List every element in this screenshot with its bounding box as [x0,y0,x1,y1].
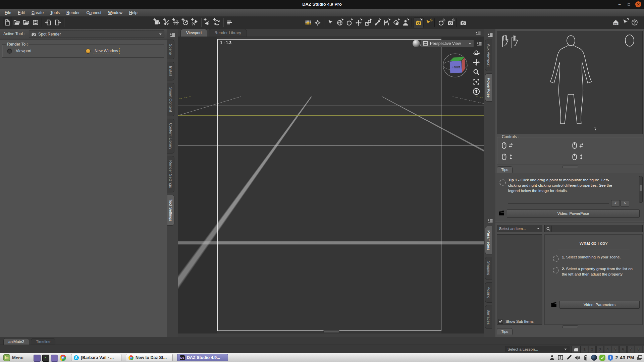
surfaces-settings-icon[interactable] [436,18,446,28]
pan-icon[interactable] [473,59,480,66]
lesson-number-button[interactable]: 3 [596,346,603,353]
tips-tab[interactable]: Tips [497,166,513,173]
search-icon[interactable] [545,226,552,232]
node-selection-tool-icon[interactable] [326,18,335,28]
new-group-icon[interactable] [212,17,222,27]
close-button[interactable]: ✕ [635,1,641,7]
new-camera-icon[interactable] [153,17,162,27]
hands-icon[interactable] [500,34,518,49]
bottom-tab[interactable]: Timeline [31,338,55,345]
new-null-icon[interactable] [203,17,212,27]
lesson-number-button[interactable]: 7 [627,346,634,353]
splitter-handle[interactable] [562,166,578,168]
align-icon[interactable] [225,17,234,27]
pane-menu-icon[interactable] [486,32,494,38]
volume-tray-icon[interactable] [574,355,580,361]
view-cube[interactable]: Front [442,52,468,78]
lesson-number-button[interactable]: 4 [604,346,611,353]
left-side-tab[interactable]: Smart Content [167,83,174,116]
left-side-tab[interactable]: Install [167,62,174,80]
video-powerpose-button[interactable]: Video: PowerPose [507,209,640,218]
viewport-tab[interactable]: Render Library [209,29,247,37]
home-view-icon[interactable] [473,88,480,95]
whats-this-icon[interactable] [621,17,630,27]
ds-home-icon[interactable] [611,17,621,27]
show-sub-items[interactable]: Show Sub Items [498,319,534,324]
render-settings-icon[interactable] [446,18,455,28]
window-stack-icon[interactable] [637,355,643,361]
lesson-video-icon[interactable] [571,346,581,353]
head-icon[interactable] [624,34,636,49]
export-file-icon[interactable] [53,17,62,27]
task-button-daz[interactable]: DS DAZ Studio 4.9... [177,354,228,361]
help-icon[interactable] [630,17,639,27]
viewport-tab[interactable]: Viewport [180,29,207,37]
camera-selector[interactable]: Perspective View [421,40,474,47]
right-side-tab[interactable]: Shaping [485,257,492,280]
save-file-icon[interactable] [31,17,40,27]
menu-item[interactable]: Tools [47,9,63,17]
chrome-icon[interactable] [60,355,66,361]
translate-tool-icon[interactable] [354,18,363,28]
tips-tab[interactable]: Tips [497,328,513,335]
property-group-list[interactable] [497,234,542,325]
menu-item[interactable]: Connect [83,9,105,17]
pane-menu-icon[interactable] [486,217,494,224]
figure-setup-tool-icon[interactable] [401,18,410,28]
pane-menu-icon[interactable] [474,30,482,37]
show-desktop-icon[interactable] [34,355,41,362]
user-tray-icon[interactable] [549,355,555,361]
active-pose-tool-icon[interactable] [344,18,354,28]
camera-icon[interactable] [459,18,468,28]
orbit-icon[interactable] [473,49,480,56]
import-file-icon[interactable] [44,17,53,27]
draw-style-icon[interactable] [413,40,420,47]
right-side-tab[interactable]: Aux Viewport [485,40,492,71]
menu-item[interactable]: Help [126,9,141,17]
lesson-number-button[interactable]: 1 [581,346,588,353]
lesson-number-button[interactable]: 6 [620,346,627,353]
open-file-icon[interactable] [12,17,21,27]
search-input[interactable] [552,225,642,232]
menu-item[interactable]: Edit [14,9,28,17]
active-tool-selector[interactable]: Spot Render [29,31,164,38]
left-side-tab[interactable]: Content Library [167,119,174,154]
lesson-number-button[interactable]: 9 [643,346,644,353]
tip-prev-button[interactable]: < [611,200,620,206]
spot-render-tool-icon[interactable] [414,17,424,28]
skype-status-tray-icon[interactable] [599,355,605,361]
rotate-tool-icon[interactable] [335,18,344,28]
menu-item[interactable]: Render [63,9,83,17]
right-side-tab[interactable]: Surfaces [485,305,492,329]
node-properties-icon[interactable] [424,18,433,28]
battery-tray-icon[interactable] [583,355,589,361]
restore-button[interactable]: □ [626,1,632,7]
render-to-option[interactable]: New Window [86,48,159,54]
tip-next-button[interactable]: > [621,200,629,206]
steam-tray-icon[interactable] [591,355,597,361]
files-icon[interactable] [51,355,58,362]
new-spotlight-icon[interactable] [181,17,190,27]
lesson-selector[interactable]: Select a Lesson... [505,346,570,352]
lesson-number-button[interactable]: 5 [612,346,619,353]
task-button-skype[interactable]: S [Barbara Vail - ... [71,354,121,361]
new-point-light-icon[interactable] [171,17,181,27]
geometry-editor-tool-icon[interactable] [391,18,401,28]
powerpose-figure-view[interactable] [497,31,643,134]
menu-item[interactable]: Create [28,9,47,17]
merge-file-icon[interactable] [21,17,31,27]
frame-icon[interactable] [473,78,480,85]
splitter-handle[interactable] [562,325,578,328]
menu-item[interactable]: Window [105,9,126,17]
scale-tool-icon[interactable] [363,18,373,28]
new-linear-point-light-icon[interactable] [190,17,200,27]
task-button-browser[interactable]: New to Daz St... [126,354,173,361]
splitter-handle[interactable] [323,330,339,333]
viewport-options-icon[interactable] [475,40,483,47]
tips-scrollbar[interactable] [639,176,643,203]
render-icon[interactable] [304,18,313,28]
joint-editor-tool-icon[interactable] [373,18,382,28]
tablet-tray-icon[interactable] [557,355,564,361]
aim-camera-icon[interactable] [313,18,322,28]
surface-selection-tool-icon[interactable] [382,18,391,28]
